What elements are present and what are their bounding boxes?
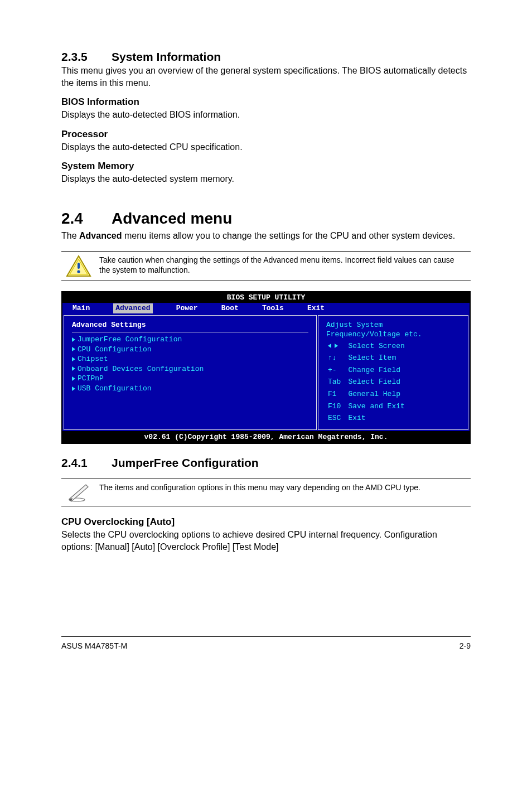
bios-item-usb-config[interactable]: USB Configuration xyxy=(72,384,308,394)
help-val: Select Screen xyxy=(347,341,410,352)
bios-tab-exit[interactable]: Exit xyxy=(307,303,325,313)
p-bios-info: Displays the auto-detected BIOS informat… xyxy=(61,109,471,121)
bios-item-pcipnp[interactable]: PCIPnP xyxy=(72,374,308,384)
bios-tab-advanced[interactable]: Advanced xyxy=(113,303,152,313)
h-cpu-overclocking: CPU Overclocking [Auto] xyxy=(61,516,471,528)
triangle-icon xyxy=(72,347,75,351)
help-key: F10 xyxy=(327,401,346,412)
bios-item-label: CPU Configuration xyxy=(78,345,152,354)
bios-tab-power[interactable]: Power xyxy=(176,303,198,313)
heading-241-title: JumperFree Configuration xyxy=(112,456,259,470)
triangle-icon xyxy=(72,337,75,342)
heading-235-title: System Information xyxy=(112,50,221,64)
bios-item-label: USB Configuration xyxy=(78,384,152,393)
help-key: ESC xyxy=(327,413,346,424)
help-key: +- xyxy=(327,365,346,376)
help-val: General Help xyxy=(347,389,410,400)
caution-callout: Take caution when changing the settings … xyxy=(61,251,471,281)
help-val: Change Field xyxy=(347,365,410,376)
bios-help-keys: Select Screen ↑↓Select Item +-Change Fie… xyxy=(326,340,460,425)
bios-menubar: Main Advanced Power Boot Tools Exit xyxy=(62,303,470,314)
help-key: F1 xyxy=(327,389,346,400)
heading-24: 2.4 Advanced menu xyxy=(61,210,471,228)
help-row: Select Screen xyxy=(327,341,410,352)
heading-24-num: 2.4 xyxy=(61,210,112,228)
p-24-intro-pre: The xyxy=(61,231,79,240)
h-bios-info: BIOS Information xyxy=(61,96,471,108)
bios-item-label: Onboard Devices Configuration xyxy=(78,365,204,373)
warning-icon xyxy=(66,255,99,277)
footer-rule xyxy=(61,636,471,637)
heading-235: 2.3.5 System Information xyxy=(61,50,471,64)
bios-tab-tools[interactable]: Tools xyxy=(262,303,284,313)
bios-footer: v02.61 (C)Copyright 1985-2009, American … xyxy=(62,431,470,443)
triangle-icon xyxy=(72,366,75,371)
p-sys-memory: Displays the auto-detected system memory… xyxy=(61,173,471,185)
bios-item-label: JumperFree Configuration xyxy=(78,335,182,344)
arrows-ud-icon: ↑↓ xyxy=(328,353,337,363)
bios-right-desc: Adjust System Frequency/Voltage etc. xyxy=(326,320,460,340)
triangle-icon xyxy=(72,386,75,391)
bios-item-chipset[interactable]: Chipset xyxy=(72,354,308,364)
triangle-icon xyxy=(72,357,75,361)
note-callout: The items and configuration options in t… xyxy=(61,479,471,506)
footer-right: 2-9 xyxy=(460,641,471,650)
help-val: Select Field xyxy=(347,376,410,388)
heading-235-num: 2.3.5 xyxy=(61,50,112,64)
help-row: TabSelect Field xyxy=(327,376,410,388)
h-processor: Processor xyxy=(61,129,471,140)
bios-item-cpu-config[interactable]: CPU Configuration xyxy=(72,345,308,355)
p-cpu-overclocking: Selects the CPU overclocking options to … xyxy=(61,529,471,553)
help-row: ESCExit xyxy=(327,413,410,424)
help-row: F1General Help xyxy=(327,389,410,400)
bios-item-label: PCIPnP xyxy=(78,374,104,383)
bios-right-panel: Adjust System Frequency/Voltage etc. Sel… xyxy=(318,315,468,430)
bios-item-onboard[interactable]: Onboard Devices Configuration xyxy=(72,364,308,374)
note-text: The items and configuration options in t… xyxy=(99,482,466,493)
help-val: Select Item xyxy=(347,352,410,364)
bios-item-jumperfree[interactable]: JumperFree Configuration xyxy=(72,335,308,345)
bios-divider xyxy=(72,332,308,332)
help-row: F10Save and Exit xyxy=(327,401,410,412)
bios-screenshot: BIOS SETUP UTILITY Main Advanced Power B… xyxy=(61,291,471,445)
help-val: Save and Exit xyxy=(347,401,410,412)
help-val: Exit xyxy=(347,413,410,424)
help-row: ↑↓Select Item xyxy=(327,352,410,364)
help-key: Tab xyxy=(327,376,346,388)
caution-text: Take caution when changing the settings … xyxy=(99,255,466,276)
bios-title: BIOS SETUP UTILITY xyxy=(62,292,470,303)
bios-left-heading: Advanced Settings xyxy=(72,320,308,330)
p-235-intro: This menu gives you an overview of the g… xyxy=(61,65,471,89)
h-sys-memory: System Memory xyxy=(61,161,471,172)
p-processor: Displays the auto-detected CPU specifica… xyxy=(61,141,471,153)
svg-point-3 xyxy=(77,270,80,273)
bios-left-panel: Advanced Settings JumperFree Configurati… xyxy=(64,315,317,430)
heading-24-title: Advanced menu xyxy=(112,210,232,228)
p-24-intro-bold: Advanced xyxy=(79,231,122,240)
help-row: +-Change Field xyxy=(327,365,410,376)
bios-item-label: Chipset xyxy=(78,355,108,363)
heading-241-num: 2.4.1 xyxy=(61,456,112,470)
heading-241: 2.4.1 JumperFree Configuration xyxy=(61,456,471,470)
bios-tab-boot[interactable]: Boot xyxy=(221,303,239,313)
arrows-lr-icon xyxy=(328,344,338,348)
triangle-icon xyxy=(72,376,75,381)
footer-left: ASUS M4A785T-M xyxy=(61,641,127,650)
p-24-intro-post: menu items allow you to change the setti… xyxy=(122,231,455,240)
p-24-intro: The Advanced menu items allow you to cha… xyxy=(61,230,471,242)
bios-tab-main[interactable]: Main xyxy=(72,303,90,313)
svg-rect-2 xyxy=(78,263,80,269)
page-footer: ASUS M4A785T-M 2-9 xyxy=(61,641,471,650)
pencil-icon xyxy=(66,482,99,503)
